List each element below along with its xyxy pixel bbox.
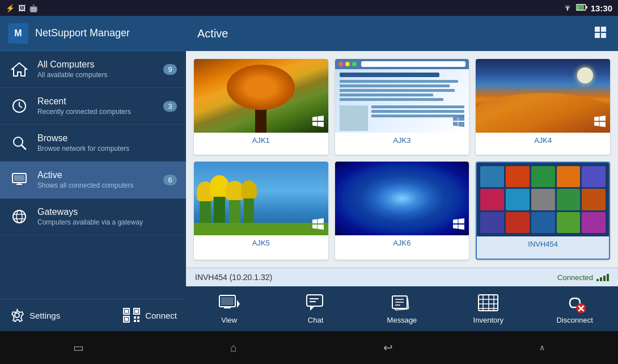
action-toolbar: View Chat <box>186 286 618 331</box>
connect-button[interactable]: Connect <box>122 307 177 323</box>
recent-badge: 3 <box>163 101 177 112</box>
content-header: Active <box>186 16 618 51</box>
chat-button[interactable]: Chat <box>290 291 341 327</box>
app-logo: M <box>8 23 28 44</box>
win8-tile-14 <box>582 212 606 233</box>
view-button[interactable]: View <box>204 291 255 327</box>
disconnect-button[interactable]: Disconnect <box>549 291 600 327</box>
view-label: View <box>221 316 237 324</box>
win8-tile-9 <box>582 189 606 210</box>
all-computers-text: All Computers All available computers <box>37 60 155 79</box>
win8-tile-0 <box>480 166 504 187</box>
svg-rect-2 <box>586 6 587 9</box>
svg-point-14 <box>13 210 26 223</box>
win8-tile-10 <box>480 212 504 233</box>
android-back-button[interactable]: ↩ <box>366 336 410 359</box>
settings-button[interactable]: Settings <box>9 307 113 323</box>
win8-tile-11 <box>506 212 530 233</box>
grid-view-icon[interactable] <box>594 26 607 41</box>
svg-rect-34 <box>221 297 234 305</box>
computer-name-ajk4: AJK4 <box>476 133 610 148</box>
usb-icon: ⚡ <box>6 4 15 12</box>
windows-logo-ajk5 <box>312 218 324 232</box>
content-title: Active <box>197 27 228 40</box>
computer-name-ajk3: AJK3 <box>335 133 469 148</box>
computer-card-ajk3[interactable]: AJK3 <box>335 59 469 155</box>
computer-name-invh454: INVH454 <box>477 236 609 252</box>
android-recent-button[interactable]: ▭ <box>56 336 101 359</box>
browse-text: Browse Browse network for computers <box>37 133 177 153</box>
android-nav-bar: ▭ ⌂ ↩ ∧ <box>0 331 618 364</box>
sidebar-footer: Settings Connect <box>0 299 186 331</box>
svg-point-18 <box>15 313 19 318</box>
status-bar-left: ⚡ 🖼 🤖 <box>6 4 38 12</box>
computer-card-ajk4[interactable]: AJK4 <box>476 59 610 155</box>
message-button[interactable]: Message <box>376 291 427 327</box>
svg-point-0 <box>566 9 568 10</box>
selected-computer-name: INVH454 (10.20.1.32) <box>195 273 272 282</box>
monitor-icon <box>9 170 29 190</box>
svg-rect-28 <box>137 320 139 322</box>
windows-logo-ajk1 <box>312 116 324 129</box>
svg-rect-26 <box>137 316 139 319</box>
sidebar-item-recent[interactable]: Recent Recently connected computers 3 <box>0 88 186 125</box>
computer-card-ajk1[interactable]: AJK1 <box>194 59 328 155</box>
qr-icon <box>122 307 141 323</box>
svg-point-15 <box>16 210 22 223</box>
content-area: Active <box>186 16 618 331</box>
svg-rect-38 <box>307 295 323 306</box>
chat-label: Chat <box>308 316 323 324</box>
computer-card-ajk5[interactable]: AJK5 <box>194 162 328 260</box>
signal-bars <box>596 273 609 281</box>
win8-tile-5 <box>480 189 504 210</box>
active-text: Active Shows all connected computers <box>37 170 155 189</box>
computer-card-ajk6[interactable]: AJK6 <box>335 162 469 260</box>
home-icon <box>9 59 29 79</box>
sidebar-item-all-computers[interactable]: All Computers All available computers 9 <box>0 51 186 88</box>
android-home-button[interactable]: ⌂ <box>213 337 254 359</box>
win8-tile-1 <box>506 166 530 187</box>
gateways-text: Gateways Computers available via a gatew… <box>37 207 177 226</box>
android-icon: 🤖 <box>29 4 38 12</box>
win8-tile-8 <box>557 189 581 210</box>
connection-status: Connected <box>557 273 609 282</box>
time-display: 13:30 <box>591 3 612 13</box>
sidebar-header: M NetSupport Manager <box>0 16 186 51</box>
message-label: Message <box>387 316 417 324</box>
svg-rect-22 <box>135 310 138 313</box>
win8-tile-2 <box>531 166 555 187</box>
status-strip: INVH454 (10.20.1.32) Connected <box>186 268 618 286</box>
win8-tile-3 <box>557 166 581 187</box>
sidebar-item-active[interactable]: Active Shows all connected computers 6 <box>0 162 186 198</box>
computer-grid: AJK1 <box>186 51 618 268</box>
svg-marker-37 <box>237 300 240 308</box>
app-title: NetSupport Manager <box>35 27 130 39</box>
svg-rect-24 <box>125 318 128 321</box>
windows-logo-ajk4 <box>594 116 606 129</box>
wifi-icon <box>562 3 573 13</box>
svg-rect-30 <box>601 27 606 32</box>
svg-rect-32 <box>601 33 606 38</box>
inventory-button[interactable]: Inventory <box>463 291 514 327</box>
computer-card-invh454[interactable]: INVH454 <box>476 162 610 260</box>
win8-tile-4 <box>582 166 606 187</box>
search-icon <box>9 133 29 153</box>
computer-name-ajk5: AJK5 <box>194 235 328 251</box>
win8-tile-7 <box>531 189 555 210</box>
win8-tile-13 <box>557 212 581 233</box>
main-container: M NetSupport Manager All Computers All a… <box>0 16 618 331</box>
view-icon <box>218 293 240 314</box>
message-icon <box>391 293 413 314</box>
clock-icon <box>9 96 29 116</box>
gear-icon <box>9 307 25 323</box>
win8-tile-12 <box>531 212 555 233</box>
sidebar-item-gateways[interactable]: Gateways Computers available via a gatew… <box>0 198 186 235</box>
disconnect-label: Disconnect <box>557 316 593 324</box>
win8-tile-6 <box>506 189 530 210</box>
svg-rect-31 <box>595 33 600 38</box>
battery-icon: ! <box>576 4 587 12</box>
inventory-label: Inventory <box>473 316 503 324</box>
svg-rect-29 <box>595 27 600 32</box>
sidebar-item-browse[interactable]: Browse Browse network for computers <box>0 125 186 162</box>
android-up-button[interactable]: ∧ <box>522 338 562 357</box>
